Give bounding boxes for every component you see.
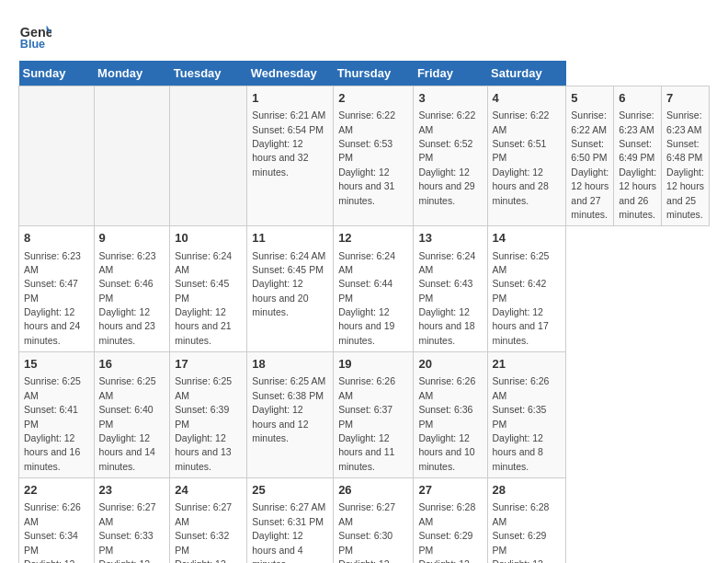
day-detail: Sunrise: 6:23 AMSunset: 6:46 PMDaylight:… [99,250,156,346]
svg-text:Blue: Blue [20,38,45,51]
calendar-day-cell: 25Sunrise: 6:27 AMSunset: 6:31 PMDayligh… [247,478,334,563]
day-detail: Sunrise: 6:27 AMSunset: 6:31 PMDaylight:… [252,501,325,563]
day-detail: Sunrise: 6:26 AMSunset: 6:34 PMDaylight:… [24,501,81,563]
calendar-day-cell: 15Sunrise: 6:25 AMSunset: 6:41 PMDayligh… [19,352,95,478]
day-number: 18 [252,356,328,373]
calendar-day-cell: 7Sunrise: 6:23 AMSunset: 6:48 PMDaylight… [662,86,710,226]
day-number: 1 [252,90,328,107]
calendar-week-row: 22Sunrise: 6:26 AMSunset: 6:34 PMDayligh… [19,478,710,563]
day-detail: Sunrise: 6:25 AMSunset: 6:38 PMDaylight:… [252,375,325,443]
calendar-day-cell: 12Sunrise: 6:24 AMSunset: 6:44 PMDayligh… [334,226,414,352]
day-detail: Sunrise: 6:24 AMSunset: 6:44 PMDaylight:… [338,250,395,346]
day-detail: Sunrise: 6:27 AMSunset: 6:33 PMDaylight:… [99,501,156,563]
logo: General Blue [18,18,51,52]
calendar-day-cell [94,86,170,226]
day-number: 23 [99,482,165,499]
weekday-header-cell: Monday [94,61,170,86]
day-number: 28 [493,482,562,499]
day-detail: Sunrise: 6:25 AMSunset: 6:41 PMDaylight:… [24,375,81,471]
day-number: 20 [418,356,482,373]
day-number: 11 [252,230,328,247]
day-number: 6 [619,90,656,107]
logo-icon: General Blue [18,18,51,52]
calendar-day-cell: 22Sunrise: 6:26 AMSunset: 6:34 PMDayligh… [19,478,95,563]
calendar-day-cell: 3Sunrise: 6:22 AMSunset: 6:52 PMDaylight… [414,86,487,226]
calendar-week-row: 8Sunrise: 6:23 AMSunset: 6:47 PMDaylight… [19,226,710,352]
day-detail: Sunrise: 6:25 AMSunset: 6:42 PMDaylight:… [493,250,550,346]
day-detail: Sunrise: 6:24 AMSunset: 6:43 PMDaylight:… [418,250,475,346]
calendar-day-cell: 8Sunrise: 6:23 AMSunset: 6:47 PMDaylight… [19,226,95,352]
day-detail: Sunrise: 6:26 AMSunset: 6:36 PMDaylight:… [418,375,475,471]
day-number: 15 [24,356,89,373]
day-number: 7 [666,90,704,107]
calendar-day-cell: 17Sunrise: 6:25 AMSunset: 6:39 PMDayligh… [170,352,247,478]
weekday-header-row: SundayMondayTuesdayWednesdayThursdayFrid… [19,61,710,86]
calendar-day-cell: 14Sunrise: 6:25 AMSunset: 6:42 PMDayligh… [487,226,566,352]
weekday-header-cell: Wednesday [247,61,334,86]
day-detail: Sunrise: 6:22 AMSunset: 6:53 PMDaylight:… [338,109,395,205]
calendar-day-cell: 5Sunrise: 6:22 AMSunset: 6:50 PMDaylight… [566,86,614,226]
day-number: 10 [175,230,242,247]
calendar-day-cell [170,86,247,226]
calendar-table: SundayMondayTuesdayWednesdayThursdayFrid… [18,61,710,563]
calendar-day-cell: 26Sunrise: 6:27 AMSunset: 6:30 PMDayligh… [334,478,414,563]
day-number: 27 [418,482,482,499]
calendar-day-cell: 27Sunrise: 6:28 AMSunset: 6:29 PMDayligh… [414,478,487,563]
day-number: 3 [418,90,482,107]
day-number: 25 [252,482,328,499]
day-number: 14 [493,230,562,247]
day-detail: Sunrise: 6:27 AMSunset: 6:30 PMDaylight:… [338,501,395,563]
calendar-day-cell: 2Sunrise: 6:22 AMSunset: 6:53 PMDaylight… [334,86,414,226]
day-detail: Sunrise: 6:23 AMSunset: 6:49 PMDaylight:… [619,109,656,220]
day-detail: Sunrise: 6:25 AMSunset: 6:39 PMDaylight:… [175,375,232,471]
day-number: 16 [99,356,165,373]
calendar-day-cell: 18Sunrise: 6:25 AMSunset: 6:38 PMDayligh… [247,352,334,478]
day-detail: Sunrise: 6:25 AMSunset: 6:40 PMDaylight:… [99,375,156,471]
page-header: General Blue [18,18,710,52]
calendar-day-cell: 21Sunrise: 6:26 AMSunset: 6:35 PMDayligh… [487,352,566,478]
weekday-header-cell: Friday [414,61,487,86]
day-detail: Sunrise: 6:22 AMSunset: 6:50 PMDaylight:… [571,109,609,220]
calendar-day-cell: 19Sunrise: 6:26 AMSunset: 6:37 PMDayligh… [334,352,414,478]
day-detail: Sunrise: 6:24 AMSunset: 6:45 PMDaylight:… [252,250,325,318]
day-number: 26 [338,482,408,499]
day-detail: Sunrise: 6:28 AMSunset: 6:29 PMDaylight:… [418,501,475,563]
weekday-header-cell: Thursday [334,61,414,86]
day-number: 13 [418,230,482,247]
day-detail: Sunrise: 6:28 AMSunset: 6:29 PMDaylight:… [493,501,550,563]
calendar-day-cell: 13Sunrise: 6:24 AMSunset: 6:43 PMDayligh… [414,226,487,352]
day-number: 2 [338,90,408,107]
day-number: 5 [571,90,609,107]
calendar-day-cell: 4Sunrise: 6:22 AMSunset: 6:51 PMDaylight… [487,86,566,226]
calendar-day-cell: 6Sunrise: 6:23 AMSunset: 6:49 PMDaylight… [614,86,662,226]
calendar-day-cell [19,86,95,226]
calendar-day-cell: 20Sunrise: 6:26 AMSunset: 6:36 PMDayligh… [414,352,487,478]
calendar-day-cell: 16Sunrise: 6:25 AMSunset: 6:40 PMDayligh… [94,352,170,478]
day-number: 22 [24,482,89,499]
weekday-header-cell: Sunday [19,61,95,86]
day-number: 21 [493,356,562,373]
day-detail: Sunrise: 6:24 AMSunset: 6:45 PMDaylight:… [175,250,232,346]
day-number: 9 [99,230,165,247]
day-number: 12 [338,230,408,247]
weekday-header-cell: Tuesday [170,61,247,86]
day-number: 19 [338,356,408,373]
weekday-header-cell: Saturday [487,61,566,86]
day-detail: Sunrise: 6:26 AMSunset: 6:37 PMDaylight:… [338,375,395,471]
calendar-day-cell: 23Sunrise: 6:27 AMSunset: 6:33 PMDayligh… [94,478,170,563]
calendar-week-row: 1Sunrise: 6:21 AMSunset: 6:54 PMDaylight… [19,86,710,226]
calendar-day-cell: 11Sunrise: 6:24 AMSunset: 6:45 PMDayligh… [247,226,334,352]
day-detail: Sunrise: 6:23 AMSunset: 6:48 PMDaylight:… [666,109,704,220]
calendar-day-cell: 24Sunrise: 6:27 AMSunset: 6:32 PMDayligh… [170,478,247,563]
day-detail: Sunrise: 6:23 AMSunset: 6:47 PMDaylight:… [24,250,81,346]
day-number: 24 [175,482,242,499]
calendar-day-cell: 9Sunrise: 6:23 AMSunset: 6:46 PMDaylight… [94,226,170,352]
day-number: 4 [493,90,562,107]
day-detail: Sunrise: 6:22 AMSunset: 6:52 PMDaylight:… [418,109,475,205]
day-detail: Sunrise: 6:22 AMSunset: 6:51 PMDaylight:… [493,109,550,205]
calendar-day-cell: 1Sunrise: 6:21 AMSunset: 6:54 PMDaylight… [247,86,334,226]
calendar-week-row: 15Sunrise: 6:25 AMSunset: 6:41 PMDayligh… [19,352,710,478]
day-number: 8 [24,230,89,247]
calendar-day-cell: 10Sunrise: 6:24 AMSunset: 6:45 PMDayligh… [170,226,247,352]
calendar-day-cell: 28Sunrise: 6:28 AMSunset: 6:29 PMDayligh… [487,478,566,563]
